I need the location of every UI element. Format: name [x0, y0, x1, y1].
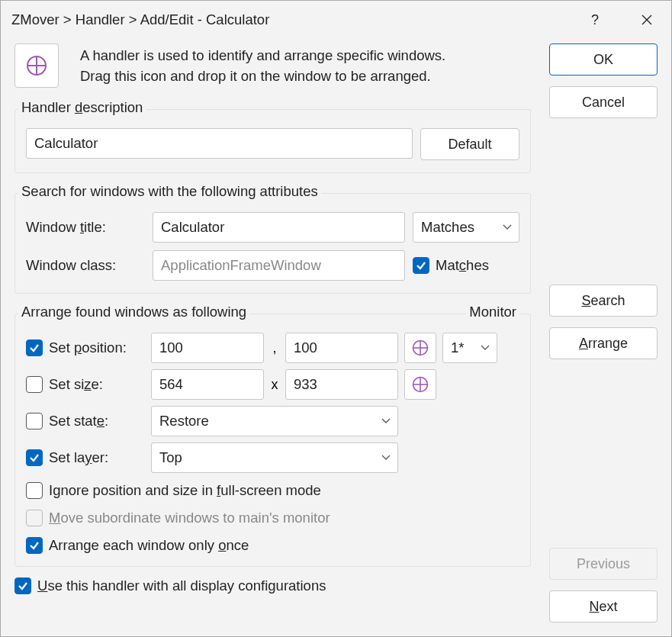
- check-icon: [29, 343, 40, 353]
- crosshair-icon: [412, 376, 429, 393]
- size-drag-target[interactable]: [404, 369, 436, 400]
- intro-row: A handler is used to identify and arrang…: [14, 43, 531, 88]
- window-class-input[interactable]: [153, 250, 405, 281]
- check-icon: [18, 581, 28, 591]
- arrange-once-label: Arrange each window only once: [49, 537, 249, 554]
- window-title-label: Window title:: [26, 219, 145, 236]
- ignore-fullscreen-checkbox[interactable]: [26, 482, 43, 499]
- intro-text: A handler is used to identify and arrang…: [80, 45, 445, 86]
- position-drag-target[interactable]: [404, 333, 436, 363]
- layer-select[interactable]: Top: [151, 442, 398, 473]
- window-class-match-checkbox[interactable]: [413, 257, 429, 274]
- move-subordinate-checkbox: [26, 510, 43, 526]
- ok-button[interactable]: OK: [549, 43, 658, 76]
- ignore-fullscreen-label: Ignore position and size in full-screen …: [49, 482, 321, 499]
- cancel-button[interactable]: Cancel: [549, 86, 658, 118]
- set-position-checkbox[interactable]: [26, 339, 43, 356]
- move-subordinate-label: Move subordinate windows to main's monit…: [49, 510, 330, 526]
- group-arrange: Arrange found windows as following Monit…: [14, 314, 531, 567]
- use-all-configs-checkbox[interactable]: [14, 577, 31, 594]
- position-x-input[interactable]: [151, 333, 264, 363]
- next-button[interactable]: Next: [549, 590, 658, 623]
- set-state-label: Set state:: [49, 413, 108, 429]
- set-size-checkbox[interactable]: [26, 376, 43, 393]
- close-button[interactable]: [629, 5, 665, 35]
- default-button[interactable]: Default: [420, 128, 519, 160]
- group-description-legend: Handler description: [18, 99, 146, 116]
- group-arrange-legend: Arrange found windows as following: [18, 304, 249, 320]
- dialog-content: A handler is used to identify and arrang…: [1, 39, 671, 636]
- check-icon: [416, 260, 426, 271]
- main-column: A handler is used to identify and arrang…: [14, 43, 531, 623]
- use-all-configs-label: Use this handler with all display config…: [37, 577, 326, 594]
- drag-target-icon-box[interactable]: [14, 43, 59, 88]
- description-input[interactable]: [26, 128, 413, 159]
- close-icon: [641, 14, 652, 25]
- check-icon: [29, 452, 40, 463]
- monitor-label: Monitor: [466, 304, 519, 320]
- window-title-match-select[interactable]: Matches: [413, 212, 519, 243]
- size-height-input[interactable]: [285, 369, 398, 400]
- crosshair-icon: [412, 339, 429, 356]
- bottom-checkbox-row: Use this handler with all display config…: [14, 577, 531, 594]
- comma-separator: ,: [267, 340, 282, 356]
- monitor-select[interactable]: 1*: [442, 333, 497, 363]
- set-layer-label: Set layer:: [49, 449, 108, 466]
- set-state-checkbox[interactable]: [26, 413, 43, 429]
- window-class-label: Window class:: [26, 257, 145, 274]
- titlebar: ZMover > Handler > Add/Edit - Calculator…: [1, 1, 671, 39]
- crosshair-icon: [26, 55, 47, 76]
- group-search-legend: Search for windows with the following at…: [18, 183, 321, 200]
- state-select[interactable]: Restore: [151, 406, 398, 436]
- check-icon: [29, 540, 40, 551]
- help-button[interactable]: ?: [577, 5, 613, 35]
- arrange-button[interactable]: Arrange: [549, 327, 658, 359]
- side-column: OK Cancel Search Arrange Previous Next: [549, 43, 658, 623]
- arrange-once-checkbox[interactable]: [26, 537, 43, 554]
- set-position-label: Set position:: [49, 339, 127, 356]
- dialog-window: ZMover > Handler > Add/Edit - Calculator…: [0, 0, 672, 637]
- previous-button: Previous: [549, 548, 658, 580]
- group-description: Handler description Default: [14, 109, 531, 173]
- set-size-label: Set size:: [49, 376, 103, 393]
- intro-line1: A handler is used to identify and arrang…: [80, 45, 445, 66]
- intro-line2: Drag this icon and drop it on the window…: [80, 66, 445, 86]
- position-y-input[interactable]: [285, 333, 398, 363]
- group-search: Search for windows with the following at…: [14, 193, 531, 294]
- window-class-match-label: Matches: [436, 257, 489, 274]
- set-layer-checkbox[interactable]: [26, 449, 43, 466]
- window-title-input[interactable]: [153, 212, 405, 243]
- titlebar-title: ZMover > Handler > Add/Edit - Calculator: [11, 11, 577, 28]
- x-separator: x: [267, 377, 282, 393]
- size-width-input[interactable]: [151, 369, 264, 400]
- search-button[interactable]: Search: [549, 285, 658, 317]
